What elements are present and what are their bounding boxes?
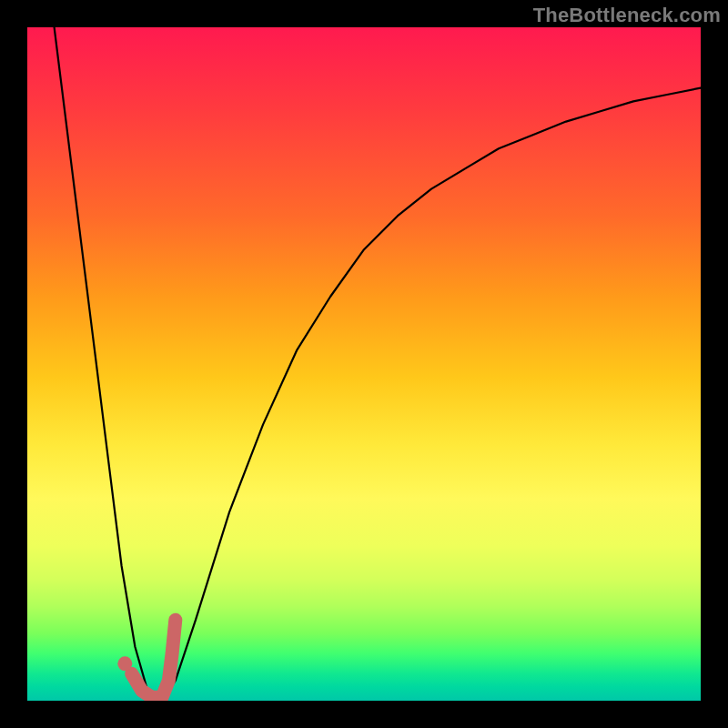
bottleneck-curve [55,27,701,701]
chart-frame: TheBottleneck.com [0,0,728,728]
highlight-point [117,656,132,671]
watermark-text: TheBottleneck.com [533,4,721,27]
plot-area [27,27,701,701]
curve-layer [27,27,701,701]
